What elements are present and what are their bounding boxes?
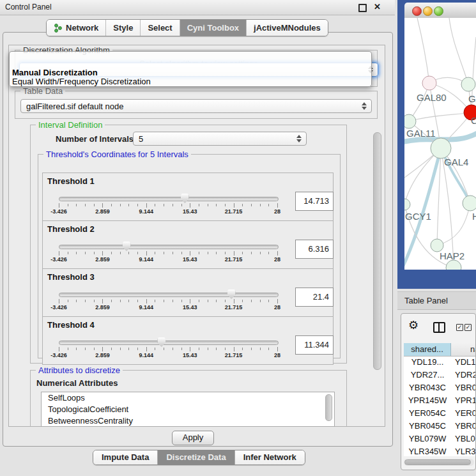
close-icon[interactable] [374, 2, 381, 12]
cell-name[interactable]: YBL0 [451, 433, 476, 445]
minimize-traffic-light-icon[interactable] [423, 6, 433, 16]
tick-mark [260, 204, 261, 206]
threshold-slider[interactable]: -3.4262.8599.14415.4321.71528 [59, 195, 277, 217]
network-node-pink[interactable] [422, 76, 436, 90]
tab-discretize-data[interactable]: Discretize Data [157, 450, 234, 464]
tick-label: 2.859 [95, 352, 110, 358]
list-scrollbar-thumb[interactable] [325, 394, 332, 421]
node-attribute-table: shared... na YDL19...YDL1YDR27...YDR2YBR… [404, 343, 476, 456]
float-window-icon[interactable] [358, 4, 367, 12]
cell-shared-name[interactable]: YBL079W [404, 433, 451, 445]
cell-name[interactable]: YDL1 [451, 356, 476, 369]
slider-thumb[interactable] [227, 289, 236, 299]
cell-shared-name[interactable]: YPR145W [404, 394, 451, 407]
node-label: HAP2 [440, 250, 464, 261]
table-row[interactable]: YER054CYER0 [404, 407, 476, 420]
table-row[interactable]: YBR043CYBR0 [404, 381, 476, 394]
threshold-value-field[interactable]: 14.713 [295, 192, 334, 211]
columns-icon[interactable] [433, 322, 445, 333]
network-node-green[interactable] [404, 114, 416, 128]
cell-name[interactable]: YPR1 [451, 394, 476, 407]
cell-name[interactable]: YBR0 [451, 381, 476, 394]
number-of-intervals-combobox[interactable]: 5 [133, 132, 307, 146]
network-window-titlebar[interactable] [404, 3, 476, 19]
table-hscrollbar-thumb[interactable] [404, 459, 471, 465]
tick-mark [216, 252, 217, 254]
attribute-list-item[interactable]: BetweennessCentrality [42, 415, 334, 427]
threshold-value-field[interactable]: 21.4 [295, 288, 334, 307]
checkbox-icon[interactable] [464, 324, 472, 331]
table-hscrollbar[interactable] [404, 459, 474, 466]
attribute-list-item[interactable]: SelfLoops [42, 392, 334, 404]
cell-name[interactable]: YLR3 [451, 445, 476, 456]
cell-shared-name[interactable]: YDR27... [404, 369, 451, 381]
network-node-green[interactable] [446, 260, 461, 270]
tick-mark [164, 300, 164, 302]
tick-label: 9.144 [139, 256, 154, 263]
tab-network[interactable]: Network [47, 20, 105, 36]
slider-thumb[interactable] [181, 194, 189, 203]
close-traffic-light-icon[interactable] [412, 6, 422, 16]
bottom-tabbar: Impute Data Discretize Data Infer Networ… [93, 450, 305, 465]
tab-cyni-toolbox[interactable]: Cyni Toolbox [180, 20, 246, 36]
slider-thumb[interactable] [157, 337, 165, 347]
cell-shared-name[interactable]: YBR043C [404, 381, 451, 394]
tab-infer-network[interactable]: Infer Network [234, 450, 305, 464]
column-header-name[interactable]: na [451, 343, 476, 356]
slider-track[interactable] [59, 245, 279, 249]
tab-select[interactable]: Select [140, 20, 179, 36]
tick-mark [137, 204, 138, 206]
gear-icon[interactable]: ⚙ [408, 319, 418, 331]
cell-name[interactable]: YDR2 [451, 369, 476, 381]
tab-impute-data[interactable]: Impute Data [93, 450, 157, 464]
popup-item-manual[interactable]: Manual Discretization [12, 68, 98, 77]
network-node-green[interactable] [461, 77, 475, 91]
panel-title: Control Panel [5, 3, 52, 12]
attribute-list-item[interactable]: TopologicalCoefficient [42, 404, 334, 415]
threshold-label: Threshold 4 [47, 320, 95, 330]
checkbox-icon[interactable] [456, 324, 463, 331]
table-row[interactable]: YPR145WYPR1 [404, 394, 476, 407]
tab-jactivemnodules[interactable]: jActiveMNodules [246, 20, 328, 36]
tick-mark [242, 252, 243, 254]
tick-mark [146, 251, 147, 256]
table-row[interactable]: YDR27...YDR2 [404, 369, 476, 381]
table-row[interactable]: YDL19...YDL1 [404, 356, 476, 369]
network-node-green[interactable] [404, 199, 410, 210]
cyni-toolbox-panel: Discretization Algorithm Select algorith… [3, 32, 393, 447]
panel-scrollbar-thumb[interactable] [373, 132, 381, 370]
network-node-green[interactable] [431, 239, 443, 252]
tick-mark [155, 252, 155, 254]
cell-shared-name[interactable]: YBR045C [404, 420, 451, 433]
tab-style[interactable]: Style [105, 20, 140, 36]
popup-item-equal-width[interactable]: Equal Width/Frequency Discretization [12, 77, 151, 86]
group-title: Attributes to discretize [36, 365, 123, 375]
slider-tick-labels: -3.4262.8599.14415.4321.71528 [59, 304, 277, 311]
cell-shared-name[interactable]: YLR345W [404, 445, 451, 456]
threshold-slider[interactable]: -3.4262.8599.14415.4321.71528 [59, 291, 277, 312]
table-row[interactable]: YLR345WYLR3 [404, 445, 476, 456]
table-row[interactable]: YBR045CYBR0 [404, 420, 476, 433]
network-node-green[interactable] [463, 196, 476, 211]
threshold-value-field[interactable]: 6.316 [295, 240, 334, 259]
slider-track[interactable] [59, 293, 279, 297]
zoom-traffic-light-icon[interactable] [434, 6, 443, 16]
threshold-slider[interactable]: -3.4262.8599.14415.4321.71528 [59, 243, 277, 265]
network-node-green[interactable] [431, 138, 451, 158]
slider-track[interactable] [59, 341, 279, 345]
slider-thumb[interactable] [123, 242, 131, 251]
slider-track[interactable] [59, 197, 279, 201]
column-header-shared-name[interactable]: shared... [404, 343, 451, 356]
threshold-value-field[interactable]: 11.344 [295, 335, 334, 355]
tick-mark [128, 348, 129, 350]
numerical-attributes-list[interactable]: SelfLoopsTopologicalCoefficientBetweenne… [41, 392, 335, 427]
apply-button[interactable]: Apply [172, 431, 214, 445]
cell-name[interactable]: YBR0 [451, 420, 476, 433]
cell-name[interactable]: YER0 [451, 407, 476, 420]
threshold-slider[interactable]: -3.4262.8599.14415.4321.71528 [59, 339, 277, 360]
network-canvas[interactable]: GAL80GACGAL11GAL4GCY1HHAP2 [404, 18, 476, 270]
table-row[interactable]: YBL079WYBL0 [404, 433, 476, 445]
cell-shared-name[interactable]: YDL19... [404, 356, 451, 369]
table-data-combobox[interactable]: galFiltered.sif default node [20, 99, 372, 113]
cell-shared-name[interactable]: YER054C [404, 407, 451, 420]
